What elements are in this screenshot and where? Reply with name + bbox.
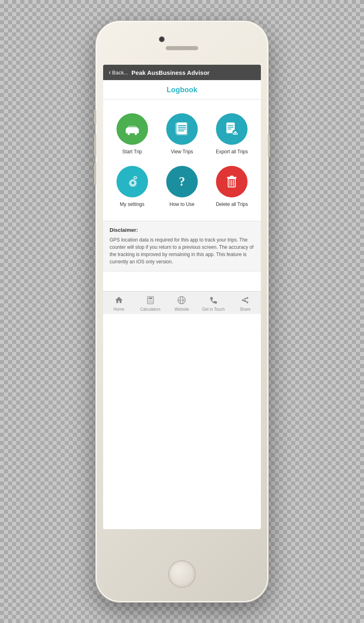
tab-home-label: Home (114, 307, 125, 312)
tab-website[interactable]: Website (171, 295, 193, 312)
start-trip-label: Start Trip (122, 149, 142, 155)
phone-speaker (166, 46, 198, 50)
side-button-vol-down (94, 163, 96, 185)
svg-rect-3 (177, 123, 186, 134)
delete-trips-label: Delete all Trips (216, 201, 248, 207)
export-trips-button[interactable]: Export all Trips (207, 108, 257, 160)
list-icon (173, 120, 191, 138)
tab-home[interactable]: Home (108, 295, 130, 312)
side-button-vol-up (94, 134, 96, 157)
logbook-title: Logbook (103, 80, 261, 100)
svg-rect-8 (176, 123, 177, 134)
nav-bar: ‹ Back... Peak AusBusiness Advisor (103, 65, 261, 80)
export-trips-label: Export all Trips (216, 149, 248, 155)
trash-icon (223, 173, 241, 191)
nav-title: Peak AusBusiness Advisor (131, 69, 210, 76)
svg-point-15 (131, 181, 134, 184)
tab-share-label: Share (240, 307, 251, 312)
how-to-use-button[interactable]: ? How to Use (157, 160, 207, 213)
side-button-power (268, 134, 270, 157)
svg-point-29 (148, 302, 149, 303)
action-grid: Start Trip (103, 100, 261, 221)
svg-point-31 (151, 302, 152, 303)
svg-point-26 (148, 301, 149, 301)
view-trips-button[interactable]: View Trips (157, 108, 207, 160)
share-icon (240, 295, 250, 305)
home-button[interactable] (168, 560, 196, 588)
disclaimer-title: Disclaimer: (110, 227, 254, 233)
how-to-use-icon-circle: ? (166, 166, 198, 197)
svg-point-28 (151, 301, 152, 301)
disclaimer-section: Disclaimer: GPS location data is require… (103, 221, 261, 271)
tab-website-label: Website (175, 307, 189, 312)
back-button[interactable]: ‹ Back... (109, 69, 128, 76)
svg-rect-20 (230, 176, 234, 177)
tab-calculators[interactable]: Calculators (139, 295, 161, 312)
calculator-icon (145, 295, 156, 305)
home-icon (114, 295, 124, 305)
start-trip-button[interactable]: Start Trip (107, 108, 157, 160)
question-icon: ? (173, 173, 191, 191)
phone-icon (208, 295, 219, 305)
empty-section (103, 271, 261, 291)
settings-icon (123, 173, 141, 191)
settings-icon-circle (116, 166, 148, 197)
tab-share[interactable]: Share (234, 295, 256, 312)
globe-icon (176, 295, 187, 305)
my-settings-button[interactable]: My settings (107, 160, 157, 213)
svg-point-36 (246, 297, 248, 299)
back-label: Back... (112, 70, 128, 76)
phone-frame: ‹ Back... Peak AusBusiness Advisor Logbo… (95, 20, 269, 603)
svg-text:?: ? (179, 175, 185, 189)
phone-camera (159, 36, 165, 42)
delete-trips-icon-circle (216, 166, 248, 197)
car-icon (123, 120, 141, 138)
app-content: Logbook Start Trip (103, 80, 261, 291)
phone-screen: ‹ Back... Peak AusBusiness Advisor Logbo… (103, 65, 261, 529)
start-trip-icon-circle (116, 113, 148, 145)
side-button-mute (94, 110, 96, 124)
svg-rect-25 (148, 298, 152, 299)
how-to-use-label: How to Use (169, 201, 195, 207)
tab-get-in-touch[interactable]: Get in Touch (202, 295, 225, 312)
export-icon (223, 120, 241, 138)
svg-point-1 (135, 131, 137, 134)
svg-point-40 (244, 298, 246, 300)
view-trips-label: View Trips (171, 149, 193, 155)
svg-point-30 (150, 302, 151, 303)
tab-calculators-label: Calculators (140, 307, 161, 312)
tab-bar: Home Calculators (103, 291, 261, 314)
back-arrow-icon: ‹ (109, 69, 111, 76)
disclaimer-text: GPS location data is required for this a… (110, 236, 254, 265)
svg-point-35 (242, 299, 244, 301)
svg-point-37 (246, 301, 248, 303)
tab-get-in-touch-label: Get in Touch (202, 307, 225, 312)
svg-point-27 (150, 301, 151, 301)
svg-point-0 (127, 131, 130, 134)
export-trips-icon-circle (216, 113, 248, 145)
my-settings-label: My settings (120, 201, 144, 207)
svg-point-16 (134, 177, 136, 178)
delete-trips-button[interactable]: Delete all Trips (207, 160, 257, 213)
view-trips-icon-circle (166, 113, 198, 145)
